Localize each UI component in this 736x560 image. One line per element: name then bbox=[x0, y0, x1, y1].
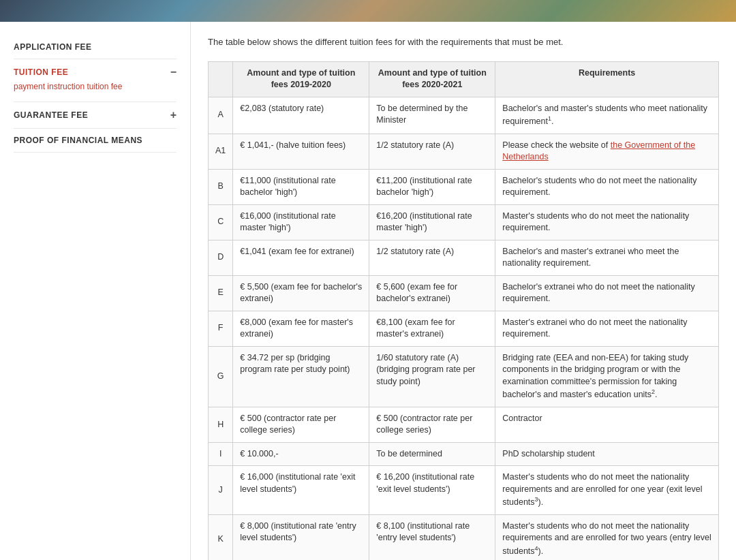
row-2020-cell: € 500 (contractor rate per college serie… bbox=[369, 407, 495, 442]
row-2020-cell: 1/2 statutory rate (A) bbox=[369, 134, 495, 169]
main-content: The table below shows the different tuit… bbox=[191, 22, 736, 560]
table-row: E€ 5,500 (exam fee for bachelor's extran… bbox=[209, 275, 719, 311]
row-label-cell: B bbox=[209, 169, 233, 204]
row-2020-cell: € 16,200 (institutional rate 'exit level… bbox=[369, 466, 495, 515]
table-row: J€ 16,000 (institutional rate 'exit leve… bbox=[209, 466, 719, 515]
sidebar-item-label-tuition-fee: TUITION FEE bbox=[14, 67, 68, 77]
row-2019-cell: € 500 (contractor rate per college serie… bbox=[233, 407, 369, 442]
row-requirements-cell: Master's students who do not meet the na… bbox=[495, 514, 719, 560]
sidebar-item-application-fee[interactable]: APPLICATION FEE bbox=[14, 35, 177, 59]
row-label-cell: G bbox=[209, 346, 233, 407]
row-requirements-cell: Master's students who do not meet the na… bbox=[495, 466, 719, 515]
row-requirements-cell: Please check the website of the Governme… bbox=[495, 134, 719, 169]
row-label-cell: J bbox=[209, 466, 233, 515]
row-requirements-cell: Bridging rate (EEA and non-EEA) for taki… bbox=[495, 346, 719, 407]
row-2019-cell: € 10.000,- bbox=[233, 442, 369, 466]
guarantee-fee-toggle[interactable]: + bbox=[170, 109, 177, 121]
row-2019-cell: €11,000 (institutional rate bachelor 'hi… bbox=[233, 169, 369, 204]
row-2020-cell: € 5,600 (exam fee for bachelor's extrane… bbox=[369, 275, 495, 311]
row-label-cell: A bbox=[209, 97, 233, 134]
row-2019-cell: €1,041 (exam fee for extranei) bbox=[233, 240, 369, 275]
row-2020-cell: To be determined by the Minister bbox=[369, 97, 495, 134]
sidebar-item-label-guarantee-fee: GUARANTEE FEE bbox=[14, 110, 88, 120]
intro-text: The table below shows the different tuit… bbox=[208, 35, 719, 49]
row-2020-cell: € 8,100 (institutional rate 'entry level… bbox=[369, 514, 495, 560]
table-row: F€8,000 (exam fee for master's extranei)… bbox=[209, 311, 719, 346]
row-2019-cell: €2,083 (statutory rate) bbox=[233, 97, 369, 134]
row-2019-cell: € 34.72 per sp (bridging program rate pe… bbox=[233, 346, 369, 407]
tuition-fee-toggle[interactable]: − bbox=[170, 66, 177, 78]
table-row: K€ 8,000 (institutional rate 'entry leve… bbox=[209, 514, 719, 560]
sidebar-item-label-application-fee: APPLICATION FEE bbox=[14, 42, 92, 52]
row-2019-cell: € 8,000 (institutional rate 'entry level… bbox=[233, 514, 369, 560]
sidebar-sub-item-payment-instruction[interactable]: payment instruction tuition fee bbox=[14, 78, 177, 95]
row-label-cell: H bbox=[209, 407, 233, 442]
col-header-label bbox=[209, 61, 233, 97]
row-label-cell: F bbox=[209, 311, 233, 346]
row-requirements-cell: Bachelor's and master's students who mee… bbox=[495, 97, 719, 134]
row-2019-cell: €8,000 (exam fee for master's extranei) bbox=[233, 311, 369, 346]
row-2019-cell: €16,000 (institutional rate master 'high… bbox=[233, 204, 369, 240]
row-label-cell: A1 bbox=[209, 134, 233, 169]
row-requirements-cell: Bachelor's extranei who do not meet the … bbox=[495, 275, 719, 311]
col-header-requirements: Requirements bbox=[495, 61, 719, 97]
row-requirements-cell: Master's extranei who do not meet the na… bbox=[495, 311, 719, 346]
row-2020-cell: 1/60 statutory rate (A) (bridging progra… bbox=[369, 346, 495, 407]
table-row: D€1,041 (exam fee for extranei)1/2 statu… bbox=[209, 240, 719, 275]
row-label-cell: E bbox=[209, 275, 233, 311]
row-requirements-cell: Master's students who do not meet the na… bbox=[495, 204, 719, 240]
table-row: G€ 34.72 per sp (bridging program rate p… bbox=[209, 346, 719, 407]
table-row: H€ 500 (contractor rate per college seri… bbox=[209, 407, 719, 442]
row-label-cell: C bbox=[209, 204, 233, 240]
table-row: A1€ 1,041,- (halve tuition fees)1/2 stat… bbox=[209, 134, 719, 169]
row-2020-cell: 1/2 statutory rate (A) bbox=[369, 240, 495, 275]
row-label-cell: D bbox=[209, 240, 233, 275]
table-row: C€16,000 (institutional rate master 'hig… bbox=[209, 204, 719, 240]
row-requirements-cell: PhD scholarship student bbox=[495, 442, 719, 466]
tuition-fee-table: Amount and type of tuition fees 2019-202… bbox=[208, 61, 719, 561]
col-header-2019: Amount and type of tuition fees 2019-202… bbox=[233, 61, 369, 97]
row-2019-cell: € 1,041,- (halve tuition fees) bbox=[233, 134, 369, 169]
table-row: I€ 10.000,-To be determinedPhD scholarsh… bbox=[209, 442, 719, 466]
sidebar-item-tuition-fee[interactable]: TUITION FEE − payment instruction tuitio… bbox=[14, 59, 177, 102]
col-header-2020: Amount and type of tuition fees 2020-202… bbox=[369, 61, 495, 97]
row-label-cell: I bbox=[209, 442, 233, 466]
sidebar-item-guarantee-fee[interactable]: GUARANTEE FEE + bbox=[14, 102, 177, 129]
sidebar: APPLICATION FEE TUITION FEE − payment in… bbox=[0, 22, 191, 560]
row-label-cell: K bbox=[209, 514, 233, 560]
row-requirements-cell: Bachelor's students who do not meet the … bbox=[495, 169, 719, 204]
row-2020-cell: To be determined bbox=[369, 442, 495, 466]
row-2020-cell: €16,200 (institutional rate master 'high… bbox=[369, 204, 495, 240]
row-2019-cell: € 5,500 (exam fee for bachelor's extrane… bbox=[233, 275, 369, 311]
table-row: A€2,083 (statutory rate)To be determined… bbox=[209, 97, 719, 134]
row-2020-cell: €11,200 (institutional rate bachelor 'hi… bbox=[369, 169, 495, 204]
row-2020-cell: €8,100 (exam fee for master's extranei) bbox=[369, 311, 495, 346]
header-image bbox=[0, 0, 736, 22]
table-row: B€11,000 (institutional rate bachelor 'h… bbox=[209, 169, 719, 204]
sidebar-item-proof-of-financial-means[interactable]: PROOF OF FINANCIAL MEANS bbox=[14, 129, 177, 153]
row-requirements-cell: Contractor bbox=[495, 407, 719, 442]
row-requirements-cell: Bachelor's and master's extranei who mee… bbox=[495, 240, 719, 275]
sidebar-item-label-proof: PROOF OF FINANCIAL MEANS bbox=[14, 136, 142, 145]
row-2019-cell: € 16,000 (institutional rate 'exit level… bbox=[233, 466, 369, 515]
